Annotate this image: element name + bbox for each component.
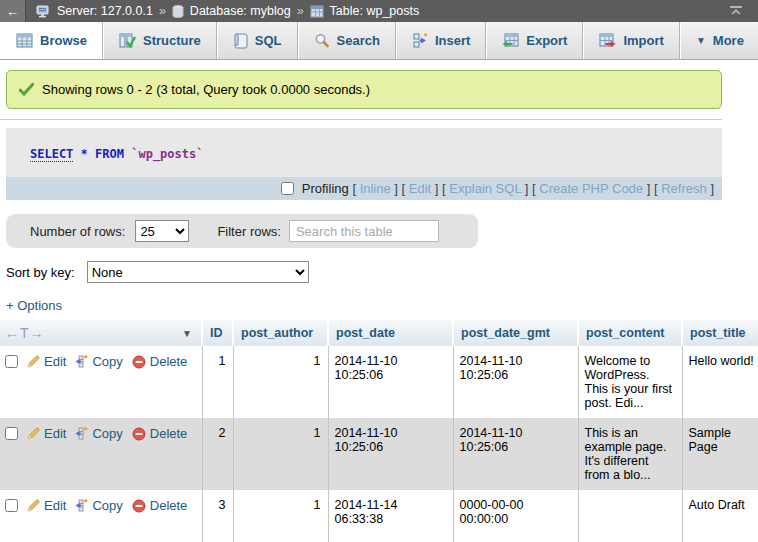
bracket: ] bbox=[525, 181, 529, 196]
edit-row-link[interactable]: Edit bbox=[27, 354, 66, 369]
back-button[interactable]: ← bbox=[0, 0, 26, 22]
copy-row-link[interactable]: Copy bbox=[75, 354, 122, 369]
column-header-post-date-gmt[interactable]: post_date_gmt bbox=[453, 320, 578, 346]
column-header-post-date[interactable]: post_date bbox=[328, 320, 453, 346]
cell-post-date: 2014-11-10 10:25:06 bbox=[328, 418, 453, 490]
results-table: ←T→ ▼ ID post_author post_date post_date… bbox=[0, 320, 758, 542]
success-check-icon bbox=[19, 83, 34, 96]
bracket: [ bbox=[402, 181, 406, 196]
query-box: SELECT * FROM `wp_posts` Profiling [ Inl… bbox=[6, 128, 722, 200]
sql-keyword-from: FROM bbox=[95, 147, 124, 161]
breadcrumb-bar: ← Server: 127.0.0.1 » Database: myblog »… bbox=[0, 0, 758, 22]
breadcrumb-table[interactable]: Table: wp_posts bbox=[330, 4, 420, 18]
sql-star: * bbox=[81, 147, 88, 161]
cell-post-date-gmt: 0000-00-00 00:00:00 bbox=[453, 490, 578, 542]
bracket: [ bbox=[352, 181, 356, 196]
cell-post-author: 1 bbox=[233, 418, 328, 490]
options-toggle-link[interactable]: + Options bbox=[6, 298, 62, 313]
export-icon bbox=[502, 33, 519, 48]
cell-post-title: Sample Page bbox=[682, 418, 758, 490]
delete-row-link[interactable]: Delete bbox=[132, 354, 188, 369]
delete-row-link[interactable]: Delete bbox=[132, 498, 188, 513]
delete-icon bbox=[132, 355, 146, 369]
edit-row-link[interactable]: Edit bbox=[27, 498, 66, 513]
tab-label: Insert bbox=[435, 33, 470, 48]
cell-post-author: 1 bbox=[233, 490, 328, 542]
rows-count-label: Number of rows: bbox=[30, 224, 125, 239]
sort-row: Sort by key: None bbox=[6, 261, 758, 283]
tab-label: SQL bbox=[255, 33, 282, 48]
bracket: ] bbox=[710, 181, 714, 196]
sql-keyword-select: SELECT bbox=[30, 147, 73, 162]
import-icon bbox=[599, 33, 616, 48]
tab-label: Export bbox=[526, 33, 567, 48]
tab-more[interactable]: ▼ More bbox=[680, 22, 758, 59]
profiling-checkbox[interactable] bbox=[281, 182, 294, 195]
section-divider bbox=[0, 119, 722, 120]
explain-sql-link[interactable]: Explain SQL bbox=[449, 181, 521, 196]
status-message: Showing rows 0 - 2 (3 total, Query took … bbox=[6, 70, 722, 109]
cell-post-author: 1 bbox=[233, 346, 328, 418]
bracket: ] bbox=[435, 181, 439, 196]
refresh-link[interactable]: Refresh bbox=[661, 181, 707, 196]
bracket: ] bbox=[394, 181, 398, 196]
sort-by-key-select[interactable]: None bbox=[87, 261, 309, 283]
cell-post-content: Welcome to WordPress. This is your first… bbox=[578, 346, 682, 418]
copy-icon bbox=[75, 355, 88, 368]
row-actions: Edit Copy Delete bbox=[0, 346, 202, 418]
row-checkbox[interactable] bbox=[5, 499, 18, 512]
edit-row-link[interactable]: Edit bbox=[27, 426, 66, 441]
actions-header: ←T→ ▼ bbox=[0, 320, 202, 346]
bracket: [ bbox=[654, 181, 658, 196]
chevron-down-icon: ▼ bbox=[696, 35, 706, 46]
cell-post-date-gmt: 2014-11-10 10:25:06 bbox=[453, 346, 578, 418]
cell-id: 2 bbox=[202, 418, 233, 490]
row-actions-dropdown-icon[interactable]: ▼ bbox=[182, 328, 192, 339]
tab-search[interactable]: Search bbox=[298, 22, 396, 59]
table-row: Edit Copy Delete 2 1 2014-11-10 10:25:06… bbox=[0, 418, 758, 490]
table-row: Edit Copy Delete 1 1 2014-11-10 10:25:06… bbox=[0, 346, 758, 418]
delete-row-link[interactable]: Delete bbox=[132, 426, 188, 441]
tab-label: Search bbox=[337, 33, 380, 48]
tab-sql[interactable]: SQL bbox=[217, 22, 298, 59]
cell-post-date-gmt: 2014-11-10 10:25:06 bbox=[453, 418, 578, 490]
delete-icon bbox=[132, 427, 146, 441]
column-header-id[interactable]: ID bbox=[202, 320, 233, 346]
tab-structure[interactable]: Structure bbox=[103, 22, 217, 59]
edit-query-link[interactable]: Edit bbox=[409, 181, 431, 196]
inline-link[interactable]: Inline bbox=[360, 181, 391, 196]
rows-count-select[interactable]: 25 bbox=[135, 220, 189, 242]
copy-row-link[interactable]: Copy bbox=[75, 498, 122, 513]
cell-post-title: Hello world! bbox=[682, 346, 758, 418]
tab-export[interactable]: Export bbox=[486, 22, 583, 59]
header-row: ←T→ ▼ ID post_author post_date post_date… bbox=[0, 320, 758, 346]
tab-insert[interactable]: Insert bbox=[396, 22, 486, 59]
row-actions: Edit Copy Delete bbox=[0, 418, 202, 490]
row-checkbox[interactable] bbox=[5, 427, 18, 440]
pencil-icon bbox=[27, 499, 40, 512]
copy-row-link[interactable]: Copy bbox=[75, 426, 122, 441]
row-checkbox[interactable] bbox=[5, 355, 18, 368]
breadcrumb-database[interactable]: Database: myblog bbox=[190, 4, 291, 18]
cell-post-title: Auto Draft bbox=[682, 490, 758, 542]
pencil-icon bbox=[27, 427, 40, 440]
row-actions: Edit Copy Delete bbox=[0, 490, 202, 542]
sort-by-key-label: Sort by key: bbox=[6, 265, 75, 280]
cell-post-date: 2014-11-14 06:33:38 bbox=[328, 490, 453, 542]
table-row: Edit Copy Delete 3 1 2014-11-14 06:33:38… bbox=[0, 490, 758, 542]
filter-rows-input[interactable] bbox=[289, 220, 439, 242]
cell-post-content: This is an example page. It's different … bbox=[578, 418, 682, 490]
column-header-post-content[interactable]: post_content bbox=[578, 320, 682, 346]
column-header-post-title[interactable]: post_title bbox=[682, 320, 758, 346]
tab-browse[interactable]: Browse bbox=[0, 22, 103, 59]
breadcrumb-server[interactable]: Server: 127.0.0.1 bbox=[57, 4, 153, 18]
create-php-code-link[interactable]: Create PHP Code bbox=[539, 181, 643, 196]
sql-query: SELECT * FROM `wp_posts` bbox=[6, 128, 722, 177]
breadcrumb: Server: 127.0.0.1 » Database: myblog » T… bbox=[36, 4, 728, 18]
tab-import[interactable]: Import bbox=[583, 22, 679, 59]
copy-icon bbox=[75, 427, 88, 440]
column-header-post-author[interactable]: post_author bbox=[233, 320, 328, 346]
collapse-icon[interactable] bbox=[728, 5, 744, 17]
insert-icon bbox=[412, 33, 428, 48]
column-marker-icon[interactable]: ←T→ bbox=[5, 325, 45, 341]
